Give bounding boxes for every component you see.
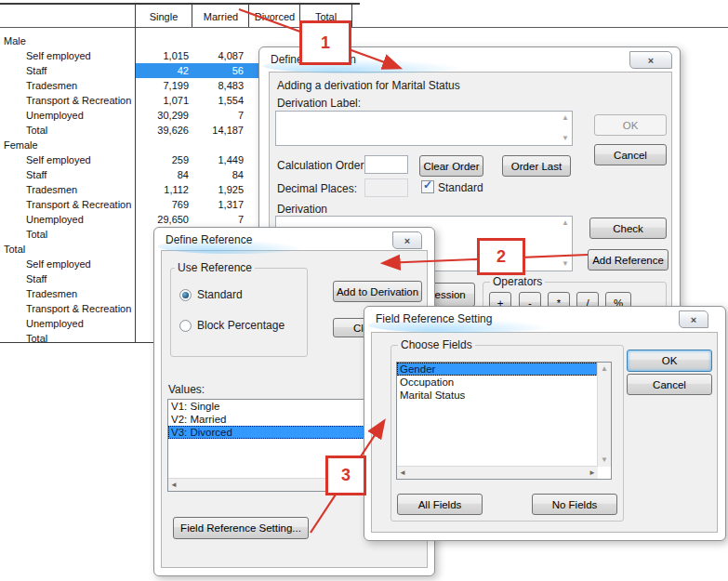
row-label: Staff xyxy=(26,271,46,286)
operators-group-label: Operators xyxy=(490,275,545,288)
field-list-item[interactable]: Marital Status xyxy=(397,389,598,402)
cell-value: 1,071 xyxy=(128,93,189,108)
choose-fields-group-label: Choose Fields xyxy=(398,338,475,351)
cell-value: 1,925 xyxy=(191,182,244,197)
cell-value: 7 xyxy=(191,108,244,123)
cell-value: 39,626 xyxy=(128,123,189,138)
cell-value: 7,199 xyxy=(128,78,189,93)
callout-3-badge: 3 xyxy=(325,456,366,495)
ok-button[interactable]: OK xyxy=(627,350,712,372)
field-list-item[interactable]: Gender xyxy=(397,363,598,376)
order-last-button[interactable]: Order Last xyxy=(502,155,571,177)
all-fields-button[interactable]: All Fields xyxy=(397,494,483,515)
calculation-order-input[interactable] xyxy=(364,155,408,174)
scroll-right-icon[interactable]: ► xyxy=(589,469,596,477)
row-label: Self employed xyxy=(26,257,91,271)
scroll-up-icon[interactable]: ▲ xyxy=(562,219,569,227)
row-label: Female xyxy=(4,138,38,152)
standard-checkbox[interactable] xyxy=(421,180,434,193)
row-label: Tradesmen xyxy=(26,78,77,93)
field-reference-setting-dialog: Field Reference Setting × Choose Fields … xyxy=(364,306,726,541)
table-top-border xyxy=(0,3,360,5)
cancel-button[interactable]: Cancel xyxy=(594,144,667,165)
cell-value: 84 xyxy=(128,167,189,182)
dialog-panel: Choose Fields GenderOccupationMarital St… xyxy=(371,332,718,533)
calculation-order-caption: Calculation Order: xyxy=(277,159,367,172)
row-label: Unemployed xyxy=(26,212,84,227)
cell-value: 29,650 xyxy=(128,212,189,227)
cell-value: 56 xyxy=(191,63,244,78)
horizontal-scrollbar[interactable]: ◄ ► xyxy=(397,466,598,479)
close-icon[interactable]: × xyxy=(629,51,672,69)
add-to-derivation-button[interactable]: Add to Derivation xyxy=(333,281,422,302)
standard-radio[interactable] xyxy=(179,289,192,301)
decimal-places-caption: Decimal Places: xyxy=(277,182,357,195)
cell-value: 4,087 xyxy=(191,48,244,63)
decimal-places-input[interactable] xyxy=(364,178,408,197)
ok-button[interactable]: OK xyxy=(594,114,667,136)
dialog-title: Define Reference xyxy=(165,233,252,246)
cell-value: 1,317 xyxy=(191,197,244,212)
header-tick xyxy=(351,4,352,27)
cell-value: 1,554 xyxy=(191,93,244,108)
cell-value: 1,449 xyxy=(191,152,244,167)
cell-value: 1,112 xyxy=(128,182,189,197)
table-header-underline xyxy=(0,27,728,28)
dialog-title: Field Reference Setting xyxy=(376,312,492,325)
row-label: Tradesmen xyxy=(26,182,77,197)
cell-value: 7 xyxy=(191,212,244,227)
vertical-scrollbar[interactable]: ▲ ▼ xyxy=(597,363,611,467)
cell-value: 259 xyxy=(128,152,189,167)
close-icon[interactable]: × xyxy=(392,231,422,249)
row-label: Total xyxy=(4,242,25,257)
column-header-divorced: Divorced xyxy=(249,10,300,23)
row-label: Transport & Recreation xyxy=(26,93,131,108)
fields-listbox[interactable]: GenderOccupationMarital Status ▲ ▼ ◄ ► xyxy=(396,362,612,480)
callout-2-badge: 2 xyxy=(477,238,525,275)
row-label: Male xyxy=(4,33,26,48)
no-fields-button[interactable]: No Fields xyxy=(532,494,617,515)
scroll-left-icon[interactable]: ◄ xyxy=(399,469,406,477)
row-label: Tradesmen xyxy=(26,286,77,301)
cell-value: 769 xyxy=(128,197,189,212)
cell-value: 1,015 xyxy=(128,48,189,63)
values-caption: Values: xyxy=(168,383,205,396)
field-reference-setting-button[interactable]: Field Reference Setting... xyxy=(173,517,309,539)
use-reference-group xyxy=(170,268,308,357)
scroll-up-icon[interactable]: ▲ xyxy=(601,365,608,373)
callout-1-badge: 1 xyxy=(299,20,351,65)
field-list-item[interactable]: Occupation xyxy=(397,376,598,389)
column-header-single: Single xyxy=(135,10,192,23)
scroll-up-icon[interactable]: ▲ xyxy=(562,114,569,122)
row-label: Staff xyxy=(26,63,46,78)
derivation-label-caption: Derivation Label: xyxy=(277,97,361,110)
cell-value: 42 xyxy=(128,63,189,78)
row-label: Transport & Recreation xyxy=(26,301,131,316)
row-label: Unemployed xyxy=(26,316,84,331)
column-header-married: Married xyxy=(192,10,249,23)
standard-radio-label: Standard xyxy=(197,288,243,301)
block-percentage-radio[interactable] xyxy=(179,320,192,332)
standard-checkbox-label: Standard xyxy=(438,181,483,194)
close-icon[interactable]: × xyxy=(679,310,708,328)
row-label: Total xyxy=(26,227,47,242)
scroll-left-icon[interactable]: ◄ xyxy=(170,481,178,489)
scroll-down-icon[interactable]: ▼ xyxy=(562,260,569,268)
row-label: Staff xyxy=(26,167,46,182)
use-reference-group-label: Use Reference xyxy=(175,261,255,274)
row-label: Transport & Recreation xyxy=(26,197,131,212)
check-button[interactable]: Check xyxy=(589,218,667,239)
scroll-down-icon[interactable]: ▼ xyxy=(601,456,608,464)
add-reference-button[interactable]: Add Reference xyxy=(588,249,668,271)
cell-value: 14,187 xyxy=(191,123,244,138)
derivation-label-input[interactable]: ▲ ▼ xyxy=(275,111,573,146)
cell-value: 84 xyxy=(191,167,244,182)
scroll-down-icon[interactable]: ▼ xyxy=(562,135,569,142)
cancel-button[interactable]: Cancel xyxy=(627,374,712,395)
derivation-section-caption: Derivation xyxy=(277,203,327,216)
clear-order-button[interactable]: Clear Order xyxy=(419,155,483,177)
row-label: Total xyxy=(26,331,47,346)
row-label: Self employed xyxy=(26,152,91,167)
block-percentage-radio-label: Block Percentage xyxy=(197,319,285,332)
intro-text: Adding a derivation for Marital Status xyxy=(277,79,460,92)
